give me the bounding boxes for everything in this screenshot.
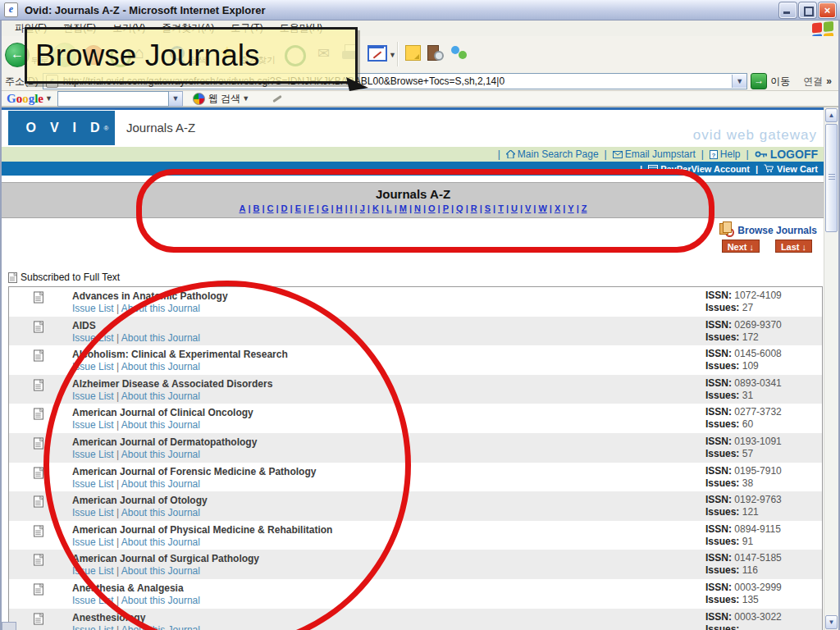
az-separator: |: [331, 203, 333, 213]
browse-journals-link[interactable]: Browse Journals: [719, 223, 817, 237]
highlighter-pen-icon[interactable]: [272, 94, 282, 102]
az-letter-link-T[interactable]: T: [498, 203, 504, 213]
az-letter-link-O[interactable]: O: [428, 203, 436, 213]
az-letter-link-A[interactable]: A: [240, 203, 246, 213]
nav-main-search-page[interactable]: Main Search Page: [506, 148, 599, 160]
go-button[interactable]: →: [751, 73, 767, 89]
edit-dropdown-caret[interactable]: ▼: [389, 51, 396, 59]
table-row: Alzheimer Disease & Associated Disorders…: [9, 375, 822, 404]
az-letter-link-R[interactable]: R: [471, 203, 477, 213]
az-letter-link-H[interactable]: H: [336, 203, 343, 213]
nav-help[interactable]: ? Help: [710, 148, 741, 160]
journal-meta: ISSN: 0893-0341 Issues: 31: [705, 377, 782, 402]
vertical-scrollbar[interactable]: ▲ ▼: [824, 107, 838, 630]
az-letter-link-J[interactable]: J: [360, 203, 365, 213]
az-letter-link-W[interactable]: W: [538, 203, 546, 213]
issue-list-link[interactable]: Issue List: [72, 361, 114, 372]
az-letter-link-C[interactable]: C: [267, 203, 274, 213]
issue-list-link[interactable]: Issue List: [72, 419, 114, 431]
az-letter-link-V[interactable]: V: [525, 203, 531, 213]
az-letter-link-B[interactable]: B: [253, 203, 260, 213]
az-letter-link-D[interactable]: D: [281, 203, 288, 213]
about-journal-link[interactable]: About this Journal: [121, 536, 200, 548]
about-journal-link[interactable]: About this Journal: [121, 390, 200, 402]
issue-list-link[interactable]: Issue List: [72, 565, 114, 577]
journal-meta: ISSN: 0195-7910 Issues: 38: [705, 465, 782, 490]
about-journal-link[interactable]: About this Journal: [121, 595, 200, 606]
az-letter-link-F[interactable]: F: [308, 203, 314, 213]
journal-meta: ISSN: 0193-1091 Issues: 57: [705, 436, 782, 460]
issue-list-link[interactable]: Issue List: [72, 478, 114, 490]
about-journal-link[interactable]: About this Journal: [121, 419, 200, 431]
nav-view-cart[interactable]: View Cart: [764, 164, 818, 174]
links-label[interactable]: 연결: [803, 75, 823, 89]
issue-list-link[interactable]: Issue List: [72, 595, 114, 606]
az-letter-link-X[interactable]: X: [555, 203, 560, 213]
google-websearch-caret[interactable]: ▼: [242, 94, 249, 103]
journal-title: Anesthesiology: [72, 612, 145, 623]
title-bar: e Ovid: Journals A-Z - Microsoft Interne…: [0, 0, 840, 21]
minimize-button[interactable]: [779, 2, 797, 18]
table-row: American Journal of Clinical Oncology Is…: [9, 404, 822, 433]
issue-list-link[interactable]: Issue List: [72, 390, 114, 402]
about-journal-link[interactable]: About this Journal: [121, 332, 200, 344]
issues-value: 27: [742, 302, 753, 313]
az-letter-link-M[interactable]: M: [399, 203, 407, 213]
google-logo-caret[interactable]: ▼: [45, 94, 52, 103]
journal-meta: ISSN: 0269-9370 Issues: 172: [705, 319, 782, 344]
az-letter-link-K[interactable]: K: [372, 203, 379, 213]
az-separator: |: [345, 203, 347, 213]
nav-email-jumpstart[interactable]: Email Jumpstart: [613, 148, 696, 160]
scrollbar-grip: [829, 174, 835, 180]
az-letter-link-G[interactable]: G: [322, 203, 329, 213]
issue-list-link[interactable]: Issue List: [72, 507, 114, 518]
az-letter-link-N[interactable]: N: [414, 203, 421, 213]
close-button[interactable]: ×: [819, 2, 836, 18]
address-dropdown-caret[interactable]: ▼: [732, 75, 746, 88]
about-journal-link[interactable]: About this Journal: [121, 624, 200, 630]
issue-list-link[interactable]: Issue List: [72, 303, 114, 314]
az-letter-link-Z[interactable]: Z: [582, 203, 587, 213]
issn-value: 0269-9370: [734, 319, 781, 331]
journal-title: American Journal of Otology: [72, 495, 208, 506]
about-journal-link[interactable]: About this Journal: [121, 478, 200, 490]
az-letter-link-I[interactable]: I: [350, 203, 353, 213]
issues-value: 60: [742, 418, 753, 430]
about-journal-link[interactable]: About this Journal: [121, 507, 200, 518]
az-letter-link-S[interactable]: S: [485, 203, 491, 213]
google-search-input[interactable]: [57, 91, 169, 107]
more-links-chevron-icon[interactable]: »: [826, 75, 832, 87]
journal-meta: ISSN: 0145-6008 Issues: 109: [705, 348, 782, 372]
google-search-dropdown[interactable]: ▼: [169, 91, 183, 107]
issue-list-link[interactable]: Issue List: [72, 536, 114, 548]
journal-document-icon: [34, 467, 43, 479]
next-button[interactable]: Next: [722, 240, 760, 253]
issue-list-link[interactable]: Issue List: [72, 332, 114, 344]
journal-title: Anesthesia & Analgesia: [72, 582, 184, 594]
go-label[interactable]: 이동: [770, 75, 790, 89]
scrollbar-thumb[interactable]: [825, 124, 838, 232]
az-letter-link-Q[interactable]: Q: [456, 203, 463, 213]
about-journal-link[interactable]: About this Journal: [121, 303, 200, 314]
google-websearch-button[interactable]: 웹 검색: [208, 92, 240, 106]
az-letter-link-Y[interactable]: Y: [568, 203, 573, 213]
issue-list-link[interactable]: Issue List: [72, 624, 114, 630]
google-logo[interactable]: Google: [7, 92, 43, 106]
about-journal-link[interactable]: About this Journal: [121, 449, 200, 460]
issue-list-link[interactable]: Issue List: [72, 449, 114, 460]
issues-label: Issues:: [705, 331, 739, 343]
az-letter-link-E[interactable]: E: [295, 203, 301, 213]
az-letter-link-P[interactable]: P: [443, 203, 449, 213]
scroll-up-button[interactable]: ▲: [825, 108, 838, 122]
nav-logoff[interactable]: LOGOFF: [755, 148, 818, 161]
az-letter-link-U[interactable]: U: [511, 203, 518, 213]
az-letter-link-L[interactable]: L: [386, 203, 392, 213]
envelope-icon: [613, 151, 623, 158]
about-journal-link[interactable]: About this Journal: [121, 361, 200, 372]
last-button[interactable]: Last: [775, 240, 812, 253]
scroll-down-button[interactable]: ▼: [825, 615, 838, 629]
about-journal-link[interactable]: About this Journal: [121, 565, 200, 577]
journal-document-icon: [34, 349, 43, 362]
restore-button[interactable]: [799, 2, 816, 18]
nav-payperview-account[interactable]: PayPerView Account: [648, 164, 750, 174]
